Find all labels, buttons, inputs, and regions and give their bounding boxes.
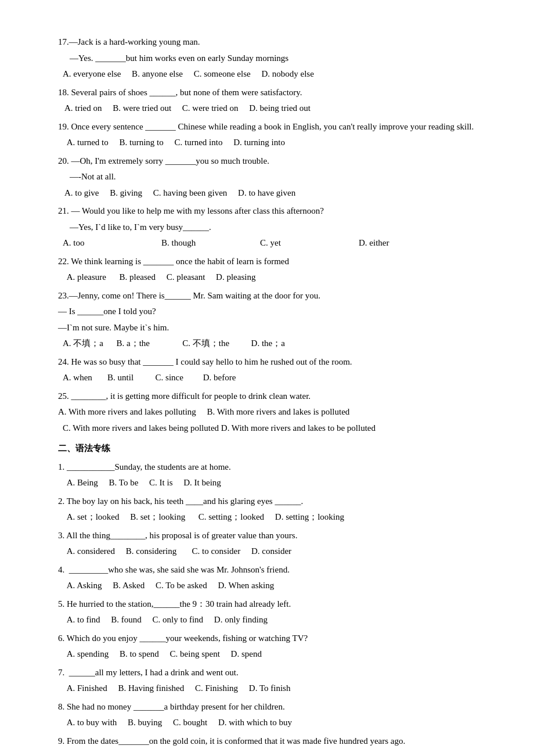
g1-text: 1. ___________Sunday, the students are a… [58, 460, 488, 475]
q22-text: 22. We think learning is _______ once th… [58, 254, 488, 269]
q18-text: 18. Several pairs of shoes ______, but n… [58, 85, 488, 100]
grammar-q8: 8. She had no money _______a birthday pr… [58, 700, 488, 730]
g8-text: 8. She had no money _______a birthday pr… [58, 700, 488, 715]
g1-options: A. Being B. To be C. It is D. It being [58, 476, 488, 491]
question-18: 18. Several pairs of shoes ______, but n… [58, 85, 488, 116]
q18-options: A. tried on B. were tried out C. were tr… [58, 101, 488, 116]
g3-text: 3. All the thing________, his proposal i… [58, 528, 488, 543]
g4-text: 4. _________who she was, she said she wa… [58, 563, 488, 578]
question-23: 23.—Jenny, come on! There is______ Mr. S… [58, 289, 488, 351]
g6-text: 6. Which do you enjoy ______your weekend… [58, 631, 488, 646]
q17-sub: —Yes. _______but him works even on early… [58, 51, 488, 66]
q20-text: 20. —Oh, I'm extremely sorry _______you … [58, 154, 488, 169]
g7-text: 7. ______all my letters, I had a drink a… [58, 665, 488, 681]
main-content: 17.—Jack is a hard-working young man. —Y… [58, 35, 488, 748]
q23-options: A. 不填；a B. a；the C. 不填；the D. the；a [58, 336, 488, 351]
grammar-q7: 7. ______all my letters, I had a drink a… [58, 665, 488, 696]
q21-optC: C. yet [260, 236, 353, 251]
q21-text: 21. — Would you like to help me with my … [58, 204, 488, 219]
grammar-q2: 2. The boy lay on his back, his teeth __… [58, 494, 488, 525]
g8-options: A. to buy with B. buying C. bought D. wi… [58, 715, 488, 730]
q25-opt2: C. With more rivers and lakes being poll… [58, 421, 488, 436]
q19-options: A. turned to B. turning to C. turned int… [58, 135, 488, 150]
g7-options: A. Finished B. Having finished C. Finish… [58, 681, 488, 696]
q17-options: A. everyone else B. anyone else C. someo… [58, 67, 488, 82]
q21-sub: —Yes, I`d like to, I`m very busy______. [58, 220, 488, 235]
grammar-q6: 6. Which do you enjoy ______your weekend… [58, 631, 488, 662]
question-24: 24. He was so busy that _______ I could … [58, 355, 488, 386]
question-17: 17.—Jack is a hard-working young man. —Y… [58, 35, 488, 82]
g4-options: A. Asking B. Asked C. To be asked D. Whe… [58, 578, 488, 593]
g5-options: A. to find B. found C. only to find D. o… [58, 613, 488, 628]
q21-optB: B. though [161, 236, 254, 251]
g9-text: 9. From the dates_______on the gold coin… [58, 734, 488, 749]
q21-options: A. too B. though C. yet D. either [58, 236, 488, 251]
g6-options: A. spending B. to spend C. being spent D… [58, 647, 488, 662]
section2-header: 二、语法专练 [58, 441, 488, 456]
q22-options: A. pleasure B. pleased C. pleasant D. pl… [58, 270, 488, 285]
q20-options: A. to give B. giving C. having been give… [58, 186, 488, 201]
question-20: 20. —Oh, I'm extremely sorry _______you … [58, 154, 488, 201]
g2-text: 2. The boy lay on his back, his teeth __… [58, 494, 488, 509]
q23-text: 23.—Jenny, come on! There is______ Mr. S… [58, 289, 488, 304]
grammar-q5: 5. He hurried to the station,______the 9… [58, 597, 488, 628]
q21-optD: D. either [359, 236, 452, 251]
question-25: 25. ________, it is getting more difficu… [58, 389, 488, 436]
grammar-q4: 4. _________who she was, she said she wa… [58, 563, 488, 593]
question-22: 22. We think learning is _______ once th… [58, 254, 488, 285]
grammar-q1: 1. ___________Sunday, the students are a… [58, 460, 488, 491]
q21-optA: A. too [63, 236, 156, 251]
q23-sub1: — Is ______one I told you? [58, 304, 488, 319]
q25-text: 25. ________, it is getting more difficu… [58, 389, 488, 404]
question-21: 21. — Would you like to help me with my … [58, 204, 488, 251]
q24-options: A. when B. until C. since D. before [58, 370, 488, 386]
g3-options: A. considered B. considering C. to consi… [58, 544, 488, 559]
q19-text: 19. Once every sentence _______ Chinese … [58, 120, 488, 135]
q24-text: 24. He was so busy that _______ I could … [58, 355, 488, 370]
question-19: 19. Once every sentence _______ Chinese … [58, 120, 488, 150]
g5-text: 5. He hurried to the station,______the 9… [58, 597, 488, 612]
grammar-q3: 3. All the thing________, his proposal i… [58, 528, 488, 559]
g2-options: A. set；looked B. set；looking C. setting；… [58, 510, 488, 525]
q17-text: 17.—Jack is a hard-working young man. [58, 35, 488, 50]
q20-sub: —-Not at all. [58, 170, 488, 185]
q23-sub2: —I`m not sure. Maybe it`s him. [58, 321, 488, 336]
grammar-q9: 9. From the dates_______on the gold coin… [58, 734, 488, 749]
q25-opt1: A. With more rivers and lakes polluting … [58, 405, 488, 420]
